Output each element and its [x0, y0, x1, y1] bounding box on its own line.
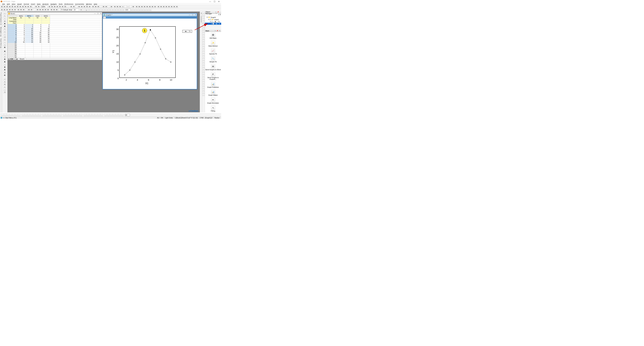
- bbar-btn-39[interactable]: ▫: [116, 114, 118, 116]
- tb1-btn2-38[interactable]: �: [151, 5, 154, 8]
- bbar-btn-6[interactable]: ▫: [18, 114, 20, 116]
- tb1-btn-11[interactable]: �: [30, 5, 32, 8]
- tb1-btn2-43[interactable]: �: [165, 5, 168, 8]
- tb1-btn-14[interactable]: �: [38, 5, 40, 8]
- tb1-btn2-30[interactable]: ️: [130, 5, 132, 8]
- tb2-btn3-2[interactable]: A: [93, 9, 96, 11]
- col-header[interactable]: D(Y2): [42, 15, 50, 17]
- rtool-btn-24[interactable]: ▫: [202, 68, 204, 70]
- tb2-btn3-4[interactable]: A: [98, 9, 101, 11]
- vtool-btn-19[interactable]: ═: [4, 63, 6, 66]
- tb1-btn2-3[interactable]: �: [56, 5, 58, 8]
- tb2-btn3-8[interactable]: A: [109, 9, 112, 11]
- tb2-btn-13[interactable]: �: [36, 9, 39, 11]
- bbar-btn-23[interactable]: ▫: [69, 114, 71, 116]
- bbar-btn-33[interactable]: ▫: [98, 114, 100, 116]
- tb2-btn-1[interactable]: �: [3, 9, 6, 11]
- row-header[interactable]: 4: [8, 30, 17, 31]
- apps-list[interactable]: ➕Add Apps✨Stats Advisor📈Speedy Fit📉Simpl…: [205, 32, 221, 113]
- vtool-btn-12[interactable]: ∿: [4, 43, 6, 46]
- cell[interactable]: 8: [33, 30, 42, 31]
- rtool-btn-19[interactable]: ▫: [202, 56, 204, 58]
- app-simple-fit[interactable]: 📉Simple Fit: [205, 56, 221, 63]
- cell[interactable]: 18: [25, 37, 33, 39]
- tb1-btn-1[interactable]: �: [3, 5, 6, 8]
- om-node[interactable]: ⊟📁Graph1: [205, 16, 221, 18]
- vtool-btn-6[interactable]: T: [4, 28, 6, 30]
- vtool-btn-9[interactable]: ◯: [4, 35, 6, 38]
- om-filter-icon[interactable]: ⚙: [220, 14, 221, 16]
- sheet-nav-last[interactable]: ⏭: [16, 58, 18, 60]
- format-u[interactable]: U: [85, 9, 88, 11]
- tb2-btn3-11[interactable]: A: [117, 9, 119, 11]
- rtool-btn-8[interactable]: ▫: [202, 30, 204, 33]
- data-point[interactable]: [160, 49, 161, 50]
- plot-area[interactable]: Y1 X1 051015202530 246810 —■— Y1 1: [103, 18, 197, 89]
- vtool-btn-18[interactable]: �: [4, 60, 6, 63]
- tb1-btn2-26[interactable]: �: [119, 5, 121, 8]
- vtool-btn-15[interactable]: √: [4, 53, 6, 55]
- row-header[interactable]: 7: [8, 35, 17, 37]
- tb1-btn2-27[interactable]: ⚙: [122, 5, 124, 8]
- vtool-btn-8[interactable]: /: [4, 33, 6, 35]
- cell[interactable]: 5: [42, 26, 50, 28]
- menu-file[interactable]: File: [2, 3, 6, 5]
- app-stats-advisor[interactable]: ✨Stats Advisor: [205, 40, 221, 48]
- cell[interactable]: 1: [17, 24, 25, 26]
- rtool-btn-31[interactable]: ▫: [202, 84, 204, 87]
- tb2-btn4-7[interactable]: ▭: [149, 9, 152, 11]
- tb2-btn-14[interactable]: �: [39, 9, 42, 11]
- sheet-tab[interactable]: Sheet1: [18, 58, 26, 60]
- bbar-btn-5[interactable]: ▫: [15, 114, 18, 116]
- legend[interactable]: —■— Y1: [182, 30, 192, 33]
- cell[interactable]: 5: [17, 31, 25, 33]
- tb1-btn2-23[interactable]: �: [110, 5, 113, 8]
- format-b[interactable]: B: [80, 9, 82, 11]
- bbar-btn-13[interactable]: ▫: [38, 114, 41, 116]
- row-header[interactable]: 5: [8, 31, 17, 33]
- bbar-btn-16[interactable]: ▫: [48, 114, 50, 116]
- cell[interactable]: 9: [17, 39, 25, 41]
- zoom-combo[interactable]: [41, 5, 47, 8]
- bbar-btn-32[interactable]: ▫: [95, 114, 97, 116]
- sheet-nav-prev[interactable]: ◀: [10, 58, 12, 60]
- tb1-btn2-31[interactable]: �: [132, 5, 134, 8]
- tb2-btn4-5[interactable]: ▭: [144, 9, 146, 11]
- menu-preferences[interactable]: Preferences: [64, 3, 74, 5]
- tb2-btn4-0[interactable]: ▭: [130, 9, 133, 11]
- tb1-btn2-44[interactable]: �: [168, 5, 170, 8]
- tb1-btn2-18[interactable]: �: [97, 5, 100, 8]
- apps-header[interactable]: Apps ▾ 📌 ✕: [205, 29, 221, 32]
- app-graph-publisher[interactable]: 📊Graph Publisher: [205, 81, 221, 89]
- tb1-btn2-15[interactable]: �: [88, 5, 91, 8]
- tb1-btn2-25[interactable]: �: [116, 5, 119, 8]
- rtool-btn-7[interactable]: ▫: [202, 28, 204, 30]
- graph-window[interactable]: Graph1 * — ☐ ✕ 1 Y1 X1 051015202530 2468…: [102, 13, 197, 89]
- graph-titlebar[interactable]: Graph1 * — ☐ ✕: [103, 13, 197, 16]
- workbook-close-button[interactable]: ✕: [100, 12, 102, 14]
- rtool-btn-3[interactable]: ▫: [202, 19, 204, 21]
- menu-connectivity[interactable]: Connectivity: [74, 3, 85, 5]
- bbar-btn-19[interactable]: ▫: [56, 114, 59, 116]
- app-send-graphs-to-word[interactable]: WSend Graphs to Word: [205, 63, 221, 71]
- fontsize-combo[interactable]: [74, 9, 79, 11]
- tb1-btn2-1[interactable]: �: [51, 5, 53, 8]
- cell[interactable]: 15: [42, 30, 50, 31]
- tb1-btn2-37[interactable]: �: [148, 5, 151, 8]
- vtool-btn-24[interactable]: √: [4, 78, 6, 80]
- tb1-btn-0[interactable]: �: [0, 5, 3, 8]
- rtool-btn-21[interactable]: ▫: [202, 61, 204, 63]
- tb2-btn-4[interactable]: �: [11, 9, 14, 11]
- x-axis-label[interactable]: X1: [145, 82, 148, 85]
- close-button[interactable]: ✕: [218, 0, 220, 3]
- tb1-btn-5[interactable]: �: [14, 5, 16, 8]
- menu-gadgets[interactable]: Gadgets: [50, 3, 58, 5]
- rtool-btn-10[interactable]: ▫: [202, 35, 204, 37]
- tb2-btn-5[interactable]: �: [14, 9, 16, 11]
- vtool-btn-23[interactable]: ▦: [4, 74, 6, 76]
- workbook-titlebar[interactable]: Book1 — ☐ ✕: [8, 12, 102, 15]
- om-node[interactable]: ⊟✓—■—Y1: [205, 21, 221, 23]
- panel-pins[interactable]: ▾ 📌 ✕: [215, 30, 220, 31]
- bbar-btn-31[interactable]: ▫: [92, 114, 94, 116]
- bbar-btn-2[interactable]: ▫: [7, 114, 9, 116]
